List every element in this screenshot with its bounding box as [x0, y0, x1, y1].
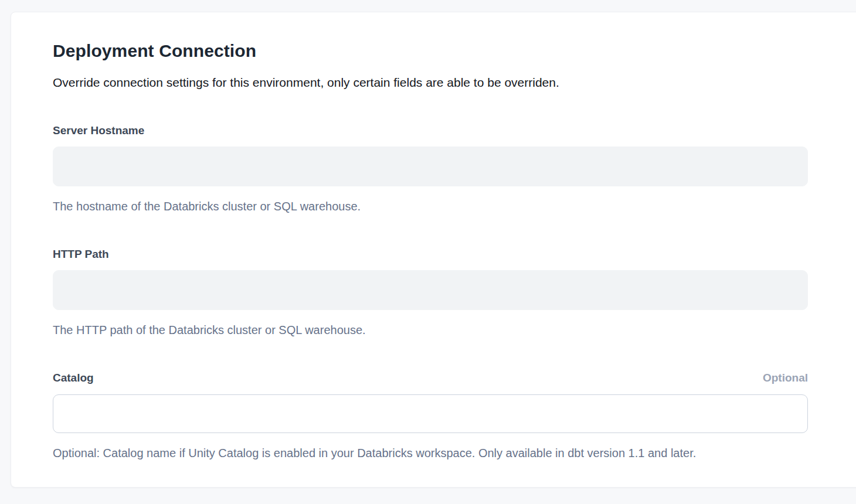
server-hostname-label: Server Hostname — [53, 124, 144, 138]
server-hostname-input — [53, 147, 808, 186]
catalog-label: Catalog — [53, 371, 94, 385]
field-group-catalog: Catalog Optional Optional: Catalog name … — [53, 371, 808, 461]
optional-badge: Optional — [763, 371, 808, 385]
catalog-help-text: Optional: Catalog name if Unity Catalog … — [53, 445, 808, 461]
http-path-label: HTTP Path — [53, 247, 109, 261]
label-row: HTTP Path — [53, 247, 808, 261]
page-title: Deployment Connection — [53, 40, 809, 62]
label-row: Catalog Optional — [53, 371, 808, 385]
catalog-input[interactable] — [53, 394, 808, 433]
http-path-input — [53, 270, 808, 310]
label-row: Server Hostname — [53, 124, 808, 138]
card-content: Deployment Connection Override connectio… — [11, 12, 809, 461]
http-path-help-text: The HTTP path of the Databricks cluster … — [53, 322, 808, 338]
server-hostname-help-text: The hostname of the Databricks cluster o… — [53, 198, 808, 214]
page-subtitle: Override connection settings for this en… — [53, 74, 809, 91]
deployment-connection-card: Deployment Connection Override connectio… — [11, 12, 856, 488]
field-group-http-path: HTTP Path The HTTP path of the Databrick… — [53, 247, 808, 338]
field-group-server-hostname: Server Hostname The hostname of the Data… — [53, 124, 808, 214]
